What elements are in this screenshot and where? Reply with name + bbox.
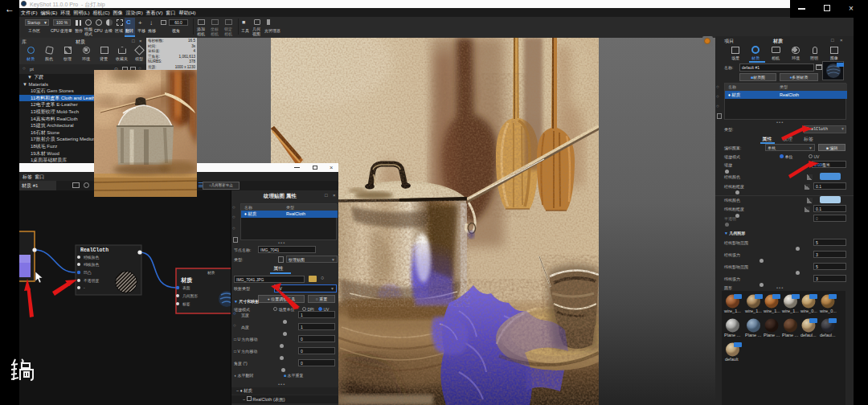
svg-text:材质: 材质 (180, 276, 193, 284)
svg-text:wire_1...: wire_1... (723, 309, 741, 313)
svg-text:纬线颜色: 纬线颜色 (84, 262, 99, 267)
svg-text:wire_0...: wire_0... (800, 309, 817, 313)
svg-text:凹凸: 凹凸 (84, 271, 92, 275)
svg-text:RealCloth: RealCloth (80, 248, 108, 253)
svg-text:default: default (725, 357, 739, 362)
svg-text:Plane ...: Plane ... (724, 333, 741, 338)
svg-text:wire_1...: wire_1... (781, 309, 799, 313)
svg-text:表面: 表面 (182, 285, 190, 290)
svg-text:defaul...: defaul... (820, 333, 836, 338)
svg-text:wire_1...: wire_1... (744, 309, 762, 313)
svg-text:Plane ...: Plane ... (745, 333, 762, 338)
svg-text:不透明度: 不透明度 (84, 278, 99, 284)
svg-text:wire_1...: wire_1... (763, 309, 780, 313)
svg-text:wire_0...: wire_0... (819, 309, 837, 313)
svg-text:Plane ...: Plane ... (764, 333, 780, 338)
svg-text:材质: 材质 (207, 270, 215, 276)
svg-text:经线颜色: 经线颜色 (84, 255, 99, 260)
svg-text:Plane ...: Plane ... (782, 333, 799, 338)
svg-text:defaul...: defaul... (800, 333, 817, 338)
